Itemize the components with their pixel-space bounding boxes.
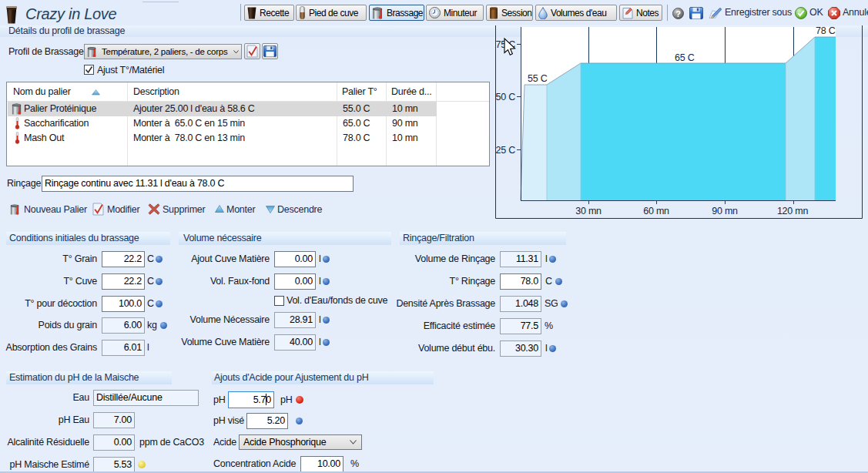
svg-text:25 C: 25 C (496, 145, 516, 156)
svg-text:120 mn: 120 mn (777, 206, 808, 216)
svg-text:55 C: 55 C (528, 73, 548, 84)
svg-text:90 mn: 90 mn (712, 206, 738, 216)
svg-text:50 C: 50 C (496, 92, 516, 102)
svg-text:60 mn: 60 mn (643, 206, 669, 216)
svg-text:30 mn: 30 mn (575, 206, 602, 216)
svg-text:65 C: 65 C (675, 52, 695, 63)
svg-text:78 C: 78 C (816, 25, 836, 36)
svg-text:?: ? (675, 9, 681, 18)
